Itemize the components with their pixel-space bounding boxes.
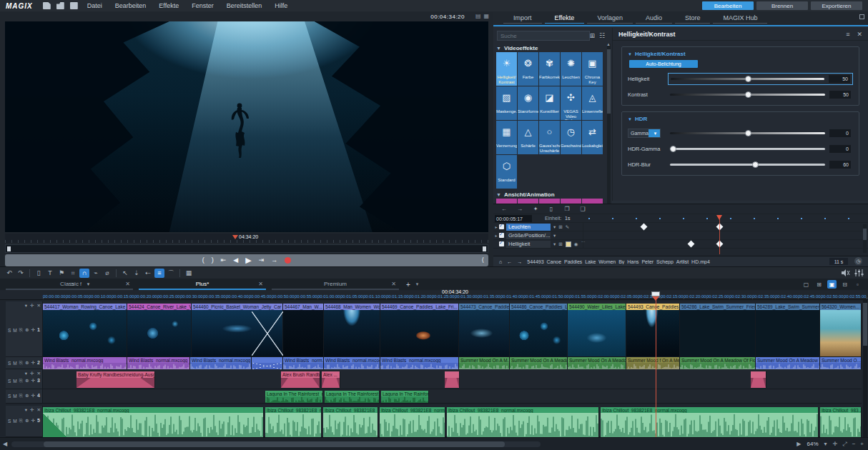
timeline-playhead-line[interactable] [656, 294, 656, 437]
menu-fenster[interactable]: Fenster [192, 2, 214, 9]
transition-button[interactable]: ✛ [31, 378, 34, 384]
redo-icon[interactable]: ↷ [16, 269, 26, 278]
keyframe-diamond[interactable] [641, 224, 648, 231]
title-clip[interactable] [751, 371, 766, 388]
scrollbar-thumb[interactable] [863, 303, 867, 346]
solo-button[interactable]: S [8, 379, 11, 384]
slider-track[interactable] [670, 164, 825, 166]
effect-tile-maskenge-[interactable]: ▨Maskenge... [496, 86, 517, 120]
audio-clip[interactable]: Summer Mood On A Meadow Lif... [756, 357, 820, 369]
video-clip[interactable]: 544493_Canoe_Paddles_... [626, 304, 680, 356]
storyboard-view-icon[interactable]: ⊟ [840, 280, 849, 289]
music-clip[interactable]: Laguna In The Rainforest_n... [265, 391, 323, 403]
timeline-ruler[interactable]: ⊐f▾ 00:04:34:20 00:00:00:0000:00:05:0000… [0, 290, 868, 300]
crossfade-transition[interactable] [252, 311, 283, 356]
fx-button[interactable]: ⊕ [25, 393, 29, 399]
audio-clip[interactable]: Summer Mood On A M... [459, 357, 510, 369]
group-title[interactable]: ▼HDR [628, 116, 853, 122]
preview-range-bar[interactable] [5, 244, 488, 253]
tab-effekte[interactable]: Effekte [545, 13, 585, 24]
music-clip[interactable]: Ibiza Chillout_983821E8_normal.mxcogg [43, 407, 264, 437]
video-clip[interactable]: 544490_Water_Lilies_Lake_Li... [568, 304, 626, 356]
range-start-handle[interactable] [7, 246, 11, 251]
effect-tile-chroma-key[interactable]: ▣Chroma Key [582, 52, 603, 86]
menu-bearbeiten[interactable]: Bearbeiten [115, 2, 147, 9]
menu-bereitstellen[interactable]: Bereitstellen [227, 2, 262, 9]
monitor-view-icon[interactable]: ▢ [802, 280, 811, 289]
jump-start-button[interactable]: ⇤ [221, 257, 227, 264]
collapse-icon[interactable]: ▼ [628, 117, 632, 121]
curve-button[interactable]: ⎘ [19, 378, 23, 384]
audio-clip[interactable]: Wind Blasts_norm... [283, 357, 324, 369]
speaker-mute-icon[interactable] [841, 269, 850, 277]
effect-tile-geschwind-[interactable]: ◷Geschwind... [561, 121, 581, 154]
video-clip[interactable]: 544424_Canoe_River_Lake_Virg... [127, 304, 192, 356]
keyframe-lane[interactable] [583, 223, 858, 231]
tab-import[interactable]: Import [503, 13, 542, 24]
transition-button[interactable]: ✛ [31, 360, 34, 366]
prev-clip-icon[interactable]: ← [507, 259, 512, 264]
menu-effekte[interactable]: Effekte [159, 2, 179, 9]
control-icon[interactable]: ◉ [574, 241, 578, 247]
record-button[interactable] [285, 257, 291, 264]
group-move-icon[interactable]: ✛ [30, 303, 34, 309]
next-clip-icon[interactable]: → [517, 259, 522, 264]
music-clip[interactable]: Laguna In The Rainforest_n... [325, 391, 380, 403]
multicam-view-icon[interactable]: ▫ [853, 280, 862, 289]
timeline-tab-plus[interactable]: Plus*✕ [139, 279, 266, 290]
group-close-icon[interactable]: ✕ [37, 407, 41, 413]
effects-search-input[interactable]: Suche [497, 31, 590, 41]
curve-button[interactable]: ⎘ [19, 360, 23, 366]
mute-button[interactable]: M [13, 361, 16, 366]
effect-tile-schärfe[interactable]: △Schärfe [518, 121, 538, 154]
clock-icon[interactable]: ◷ [854, 257, 862, 265]
checkbox[interactable] [499, 233, 504, 238]
effect-tile-lookabglei-[interactable]: ⇄Lookabglei... [582, 121, 603, 154]
keyframe-diamond[interactable] [716, 224, 724, 231]
audio-clip[interactable]: Wind Blasts_normal.mxcogg [43, 357, 127, 369]
control-icon[interactable]: ▾ [553, 241, 556, 247]
solo-button[interactable]: S [8, 361, 11, 366]
expander-icon[interactable]: ▸ [493, 224, 499, 229]
effect-tile-linsenrefle-[interactable]: ◬Linsenrefle... [582, 86, 603, 120]
slider-value[interactable]: 0 [829, 145, 851, 153]
video-clip[interactable]: 544469_Canoe_Paddles_Lake_Fri... [380, 304, 459, 356]
mouse-mode-icon[interactable]: ↖ [120, 269, 130, 278]
range-start-button[interactable]: ( [202, 257, 204, 264]
play-range-icon[interactable]: ▶ [797, 441, 801, 447]
scroll-left-icon[interactable]: ◀ [3, 441, 7, 447]
home-icon[interactable]: ⌂ [499, 259, 502, 264]
control-icon[interactable]: ⊞ [558, 241, 562, 247]
group-close-icon[interactable]: ✕ [37, 371, 41, 376]
mixer-icon[interactable] [854, 269, 864, 277]
transition-button[interactable]: ✛ [31, 327, 34, 333]
mode-button-bearbeiten[interactable]: Bearbeiten [702, 1, 754, 10]
pan-icon[interactable]: ✛ [833, 441, 838, 448]
music-clip[interactable]: Ibiza Chillout_983821E8_nor... [265, 407, 322, 437]
slider-handle[interactable] [752, 161, 759, 168]
unlink-icon[interactable]: ⌀ [102, 269, 112, 278]
open-project-icon[interactable] [56, 2, 64, 9]
menu-datei[interactable]: Datei [87, 2, 102, 9]
mute-button[interactable]: M [13, 379, 16, 384]
parameter-name[interactable]: Helligkeit [506, 241, 551, 248]
delete-keyframe-icon[interactable]: ▯ [546, 204, 556, 214]
slider-track[interactable] [671, 78, 824, 80]
curve-button[interactable]: ⎘ [19, 393, 23, 399]
snap-icon[interactable]: ∩ [79, 269, 89, 278]
next-keyframe-icon[interactable]: → [515, 204, 525, 214]
prev-frame-button[interactable]: ◀ [233, 257, 238, 264]
solo-button[interactable]: S [8, 419, 11, 424]
collapse-icon[interactable]: ▼ [496, 192, 501, 197]
keyframe-diamond[interactable] [687, 241, 694, 248]
mode-button-exportieren[interactable]: Exportieren [811, 1, 862, 10]
tab-vorlagen[interactable]: Vorlagen [587, 13, 633, 24]
control-icon[interactable]: ⊞ [558, 224, 562, 230]
keyframe-row-helligkeit[interactable]: Helligkeit▾⊞◉⌒ [493, 240, 868, 249]
mute-button[interactable]: M [13, 328, 16, 333]
group-title[interactable]: ▼Helligkeit/Kontrast [628, 51, 853, 57]
keyframe-row-grö-e-position-[interactable]: ▸Größe/Position/...▾ [493, 231, 868, 240]
menu-icon[interactable]: ≡ [846, 31, 849, 38]
group-collapse-icon[interactable]: ▾ [25, 407, 27, 413]
video-clip[interactable]: 544473_Canoe_Paddles... [459, 304, 510, 356]
